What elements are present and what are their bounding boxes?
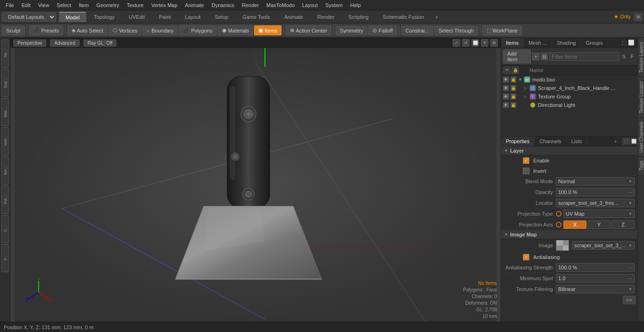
tg-triangle[interactable]: ▷ (524, 94, 528, 99)
menu-system[interactable]: System (322, 1, 347, 9)
eye-col-icon[interactable]: 👁 (503, 66, 511, 74)
vp-rotate-icon[interactable]: ↺ (462, 39, 470, 47)
tags-tab[interactable]: Tags (638, 156, 644, 174)
items-filter-input[interactable] (549, 52, 619, 61)
texture-locator-tab[interactable]: Texture Locator (638, 77, 644, 117)
menu-item[interactable]: Item (75, 1, 92, 9)
workplane-button[interactable]: ⬚WorkPlane (482, 25, 522, 35)
menu-vertex-map[interactable]: Vertex Map (148, 1, 182, 9)
opacity-input[interactable]: 100.0 % ↔ (556, 188, 635, 196)
panel-tab-mesh[interactable]: Mesh ... (524, 38, 552, 48)
polygons-button[interactable]: ⬛Polygons (179, 25, 216, 35)
layout-tab-model[interactable]: Model (59, 12, 86, 22)
tab-lists[interactable]: Lists (567, 137, 587, 146)
left-btn-5[interactable]: Pol... (1, 186, 9, 214)
tg-eye[interactable]: 👁 (503, 94, 509, 99)
mesh-eye[interactable]: 👁 (503, 85, 509, 91)
left-btn-2[interactable]: Mes... (1, 98, 9, 126)
light-eye[interactable]: 👁 (503, 102, 509, 108)
layout-selector[interactable]: Default Layouts (2, 12, 56, 22)
layout-tab-scripting[interactable]: Scripting (342, 12, 375, 22)
proj-axis-z[interactable]: Z (611, 220, 635, 229)
layout-star[interactable]: ★ Only (610, 12, 635, 22)
enable-check[interactable]: ✓ (523, 157, 529, 164)
presets-button[interactable]: ⬛Presets (29, 25, 63, 35)
vertices-button[interactable]: ⬡Vertices (108, 25, 141, 35)
items-add-icon[interactable]: + (532, 53, 539, 60)
menu-maxtomodo[interactable]: MaxToModo (263, 1, 298, 9)
auto-select-button[interactable]: ◈Auto Select (67, 25, 107, 35)
sculpt-button[interactable]: Sculpt (2, 26, 25, 35)
tree-mesh[interactable]: 👁 🔒 ▷ ⬡ Scraper_4_Inch_Black_Handle ... (501, 84, 637, 92)
layout-tab-topology[interactable]: Topology (87, 12, 121, 22)
root-lock[interactable]: 🔒 (511, 77, 516, 82)
invert-check[interactable] (523, 168, 529, 174)
panel-tab-shading[interactable]: Shading (552, 38, 581, 48)
props-expand-icon[interactable]: ⬚ (622, 138, 630, 145)
menu-file[interactable]: File (2, 1, 18, 9)
menu-texture[interactable]: Texture (123, 1, 148, 9)
lock-col-icon[interactable]: 🔒 (512, 66, 519, 74)
menu-view[interactable]: View (34, 1, 53, 9)
min-spot-input[interactable]: 1.0 ↔ (556, 274, 635, 283)
left-btn-0[interactable]: De... (1, 40, 9, 68)
menu-animate[interactable]: Animate (181, 1, 207, 9)
light-lock[interactable]: 🔒 (511, 102, 516, 108)
panel-expand-icon[interactable]: ⬚ ⬜ (619, 38, 637, 48)
layout-tab-schematic-fusion[interactable]: Schematic Fusion (376, 12, 430, 22)
vp-camera-icon[interactable]: ⬜ (471, 39, 479, 47)
locator-dropdown[interactable]: scraper_tool_set_3_fresnel ( ... (556, 199, 635, 207)
settings-icon[interactable]: ⚙ (635, 13, 642, 21)
layout-tab-game-tools[interactable]: Game Tools (236, 12, 277, 22)
constraints-button[interactable]: Constrai... (401, 26, 433, 35)
props-detach-icon[interactable]: ⬜ (630, 138, 637, 145)
viewport-canvas[interactable]: No Items Polygons : Face Channels: 0 Def… (10, 48, 501, 322)
proj-type-dropdown[interactable]: UV Map (563, 210, 635, 218)
tab-add[interactable]: + (610, 137, 622, 146)
action-center-button[interactable]: ⊕Action Center (286, 25, 331, 35)
menu-layout[interactable]: Layout (298, 1, 322, 9)
left-btn-1[interactable]: Dup... (1, 69, 9, 97)
layout-tab-render[interactable]: Render (311, 12, 341, 22)
items-f-btn[interactable]: F (629, 53, 636, 60)
tex-filter-dropdown[interactable]: Bilinear (556, 285, 635, 293)
tree-root[interactable]: 👁 🔒 ▼ M modo.bxo (501, 75, 637, 84)
materials-button[interactable]: ◉Materials (218, 25, 254, 35)
image-dropdown[interactable]: scraper_tool_set_3_... (572, 241, 635, 250)
symmetry-button[interactable]: Symmetry (336, 26, 368, 35)
menu-help[interactable]: Help (347, 1, 365, 9)
aa-check[interactable]: ✓ (523, 254, 529, 260)
vp-settings-icon[interactable]: ⚙ (490, 39, 498, 47)
left-btn-6[interactable]: C... (1, 215, 9, 243)
layout-tab-uvedit[interactable]: UVEdit (122, 12, 151, 22)
perspective-btn[interactable]: Perspective (13, 40, 46, 47)
tree-light[interactable]: 👁 🔒 ▷ Directional Light (501, 101, 637, 109)
raygl-btn[interactable]: Ray GL: Off (83, 40, 117, 47)
menu-dynamics[interactable]: Dynamics (208, 1, 238, 9)
layout-tab-layout[interactable]: Layout (178, 12, 207, 22)
menu-select[interactable]: Select (53, 1, 75, 9)
root-triangle[interactable]: ▼ (518, 77, 522, 82)
layout-add-tab[interactable]: + (431, 12, 442, 22)
left-btn-7[interactable]: F... (1, 244, 9, 272)
user-channels-tab[interactable]: User Channels (638, 117, 644, 156)
boundary-button[interactable]: ⬦Boundary (142, 26, 178, 35)
aa-strength-input[interactable]: 100.0 % ↔ (556, 263, 635, 272)
vp-lights-icon[interactable]: ☀ (481, 39, 488, 47)
tree-texture-group[interactable]: 👁 🔒 ▷ T Texture Group (501, 92, 637, 101)
advanced-btn[interactable]: Advanced (50, 40, 79, 47)
menu-edit[interactable]: Edit (18, 1, 34, 9)
left-btn-3[interactable]: Vert... (1, 127, 9, 155)
tab-properties[interactable]: Properties (501, 137, 535, 146)
props-more-button[interactable]: >> (623, 296, 636, 304)
proj-axis-y[interactable]: Y (587, 220, 611, 229)
proj-axis-radio[interactable] (556, 222, 561, 227)
mesh-lock[interactable]: 🔒 (511, 85, 516, 91)
texture-layers-tab[interactable]: Texture Layers (638, 38, 644, 77)
layer-section-header[interactable]: ▼ Layer (501, 146, 637, 155)
items-button[interactable]: ▣Items (254, 25, 281, 35)
layout-tab-animate[interactable]: Animate (278, 12, 310, 22)
proj-axis-x[interactable]: X (563, 220, 586, 229)
falloff-button[interactable]: ◎Falloff (368, 25, 397, 35)
tab-channels[interactable]: Channels (535, 137, 566, 146)
